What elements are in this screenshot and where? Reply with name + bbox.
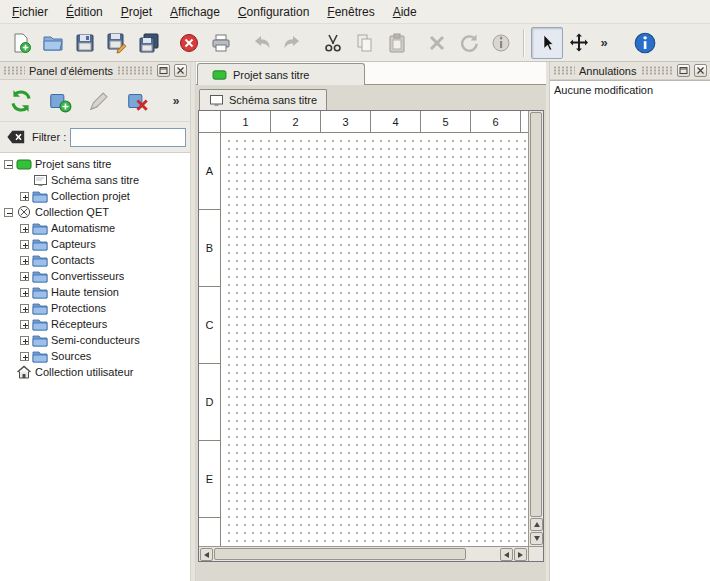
elements-panel-dock: Panel d'éléments » [0, 62, 190, 581]
tree-item-recepteurs[interactable]: Récepteurs [0, 316, 190, 332]
horizontal-scrollbar[interactable] [199, 546, 528, 561]
cut-icon [322, 32, 344, 54]
save-all-button[interactable] [133, 27, 165, 59]
tree-item-label: Récepteurs [51, 318, 107, 330]
collapse-expander-icon[interactable] [4, 160, 13, 169]
redo-button[interactable] [277, 27, 309, 59]
new-file-icon [10, 32, 32, 54]
rotate-button[interactable] [453, 27, 485, 59]
expand-expander-icon[interactable] [20, 224, 29, 233]
about-button[interactable] [629, 27, 661, 59]
vertical-scrollbar[interactable] [528, 111, 543, 546]
undo-button[interactable] [245, 27, 277, 59]
elements-panel-titlebar[interactable]: Panel d'éléments [0, 62, 190, 80]
collapse-expander-icon[interactable] [4, 208, 13, 217]
undo-panel-titlebar[interactable]: Annulations [550, 62, 710, 80]
tree-item-projet-sans-titre[interactable]: Projet sans titre [0, 156, 190, 172]
menu-affichage[interactable]: Affichage [161, 0, 229, 23]
expand-expander-icon[interactable] [20, 288, 29, 297]
new-file-button[interactable] [5, 27, 37, 59]
tree-item-automatisme[interactable]: Automatisme [0, 220, 190, 236]
hscroll-thumb[interactable] [214, 548, 466, 560]
panel-overflow-button[interactable]: » [168, 88, 184, 114]
filter-input[interactable] [70, 128, 186, 147]
scroll-down-button[interactable] [530, 532, 543, 545]
tree-item-haute-tension[interactable]: Haute tension [0, 284, 190, 300]
reload-icon [8, 88, 34, 114]
undo-history-list[interactable]: Aucune modification [550, 80, 710, 581]
menu-fichier[interactable]: Fichier [3, 0, 57, 23]
float-panel-button[interactable] [157, 64, 170, 77]
new-element-button[interactable] [45, 86, 75, 116]
diagram-tab[interactable]: Schéma sans titre [199, 89, 327, 110]
tree-item-semi-conducteurs[interactable]: Semi-conducteurs [0, 332, 190, 348]
new-element-icon [48, 89, 72, 113]
close-file-button[interactable] [173, 27, 205, 59]
expand-expander-icon[interactable] [20, 352, 29, 361]
tree-item-schema-sans-titre[interactable]: Schéma sans titre [0, 172, 190, 188]
float-undo-panel-button[interactable] [677, 64, 690, 77]
column-header-2: 2 [271, 111, 321, 132]
tree-item-collection-qet[interactable]: Collection QET [0, 204, 190, 220]
undo-empty-state[interactable]: Aucune modification [550, 81, 710, 99]
tree-item-label: Collection QET [35, 206, 109, 218]
row-header-b: B [199, 210, 220, 287]
menu-projet[interactable]: Projet [112, 0, 161, 23]
close-icon [696, 66, 705, 75]
save-as-button[interactable] [101, 27, 133, 59]
scroll-right-button[interactable] [514, 548, 527, 561]
clear-filter-button[interactable] [4, 126, 28, 148]
tree-item-label: Protections [51, 302, 106, 314]
folder-icon [32, 349, 48, 363]
tree-item-collection-projet[interactable]: Collection projet [0, 188, 190, 204]
print-button[interactable] [205, 27, 237, 59]
vscroll-thumb[interactable] [530, 112, 542, 517]
close-icon [176, 66, 185, 75]
reload-collections-button[interactable] [6, 86, 36, 116]
close-panel-button[interactable] [174, 64, 187, 77]
tree-item-sources[interactable]: Sources [0, 348, 190, 364]
delete-icon [426, 32, 448, 54]
cut-button[interactable] [317, 27, 349, 59]
diagram-canvas[interactable] [222, 134, 528, 546]
tree-item-capteurs[interactable]: Capteurs [0, 236, 190, 252]
copy-button[interactable] [349, 27, 381, 59]
tree-item-label: Collection projet [51, 190, 130, 202]
scroll-left-button[interactable] [200, 548, 213, 561]
delete-button[interactable] [421, 27, 453, 59]
expand-expander-icon[interactable] [20, 192, 29, 201]
menu-configuration[interactable]: Configuration [229, 0, 318, 23]
pan-mode-button[interactable] [563, 27, 595, 59]
float-icon [679, 66, 688, 75]
expand-expander-icon[interactable] [20, 320, 29, 329]
menu-fenetres[interactable]: Fenêtres [318, 0, 383, 23]
scroll-up-button[interactable] [530, 518, 543, 531]
tree-item-convertisseurs[interactable]: Convertisseurs [0, 268, 190, 284]
copy-icon [354, 32, 376, 54]
tree-item-contacts[interactable]: Contacts [0, 252, 190, 268]
scroll-left-button-2[interactable] [500, 548, 513, 561]
rotate-icon [458, 32, 480, 54]
expand-expander-icon[interactable] [20, 240, 29, 249]
scrollbar-corner [528, 546, 543, 561]
delete-element-button[interactable] [123, 86, 153, 116]
save-button[interactable] [69, 27, 101, 59]
diagram-info-button[interactable] [485, 27, 517, 59]
tree-item-collection-utilisateur[interactable]: Collection utilisateur [0, 364, 190, 380]
elements-tree[interactable]: Projet sans titre Schéma sans titre Coll… [0, 152, 190, 581]
expand-expander-icon[interactable] [20, 304, 29, 313]
save-as-icon [106, 32, 128, 54]
menu-aide[interactable]: Aide [384, 0, 426, 23]
close-undo-panel-button[interactable] [694, 64, 707, 77]
menu-edition[interactable]: Édition [57, 0, 112, 23]
select-mode-button[interactable] [531, 27, 563, 59]
expand-expander-icon[interactable] [20, 256, 29, 265]
paste-button[interactable] [381, 27, 413, 59]
open-project-button[interactable] [37, 27, 69, 59]
toolbar-overflow-button[interactable]: » [595, 29, 613, 57]
project-tab[interactable]: Projet sans titre [197, 63, 365, 85]
expand-expander-icon[interactable] [20, 272, 29, 281]
tree-item-protections[interactable]: Protections [0, 300, 190, 316]
edit-element-button[interactable] [84, 86, 114, 116]
expand-expander-icon[interactable] [20, 336, 29, 345]
